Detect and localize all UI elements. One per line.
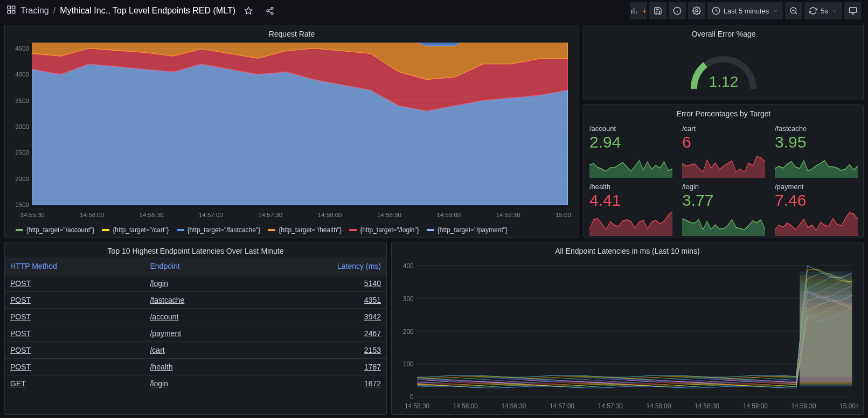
cell-latency[interactable]: 5140 [254,275,386,292]
panel-title: All Endpoint Latencies in ms (Last 10 mi… [392,242,863,257]
svg-text:200: 200 [403,328,414,335]
error-cell[interactable]: /payment 7.46 [770,179,862,236]
info-button[interactable] [669,2,686,19]
gauge: 1.12 [686,48,761,92]
cell-endpoint[interactable]: /fastcache [144,292,254,309]
svg-text:0: 0 [410,393,414,401]
error-cell[interactable]: /account 2.94 [585,121,677,178]
svg-text:14:58:30: 14:58:30 [695,402,719,410]
legend-item[interactable]: {http_target="/payment"} [427,226,508,234]
dashboard-icon[interactable] [6,5,16,17]
svg-point-6 [267,10,269,12]
svg-point-7 [271,12,273,15]
breadcrumb: Tracing / Mythical Inc., Top Level Endpo… [6,2,279,19]
table-row[interactable]: POST /login 5140 [5,275,386,292]
cell-latency[interactable]: 1787 [254,359,386,375]
share-icon[interactable] [261,2,279,19]
legend-item[interactable]: {http_target="/login"} [349,226,419,234]
legend-item[interactable]: {http_target="/fastcache"} [177,226,261,234]
breadcrumb-title[interactable]: Mythical Inc., Top Level Endpoints RED (… [60,6,235,16]
sparkline [589,152,672,178]
svg-text:14:57:30: 14:57:30 [258,211,282,218]
svg-text:4500: 4500 [15,45,29,52]
legend-item[interactable]: {http_target="/cart"} [102,226,169,234]
error-cell[interactable]: /login 3.77 [678,179,769,236]
cell-endpoint[interactable]: /payment [144,325,254,342]
cell-endpoint[interactable]: /cart [144,342,254,359]
cell-endpoint[interactable]: /account [144,309,254,325]
cell-endpoint[interactable]: /login [144,275,254,292]
error-cell[interactable]: /health 4.41 [585,179,677,236]
svg-text:14:58:30: 14:58:30 [377,211,401,218]
settings-button[interactable] [688,2,705,19]
cell-method[interactable]: POST [5,359,144,375]
toolbar: + Last 5 minutes 5s [630,2,862,19]
table-row[interactable]: POST /payment 2467 [5,325,386,342]
table-row[interactable]: POST /cart 2153 [5,342,386,359]
time-range-label: Last 5 minutes [724,7,769,15]
error-target-value: 7.46 [775,191,858,210]
svg-text:2500: 2500 [15,149,29,156]
table-row[interactable]: POST /account 3942 [5,309,386,325]
panel-title: Top 10 Highest Endpoint Latencies Over L… [5,242,386,257]
svg-text:14:55:30: 14:55:30 [405,402,429,410]
svg-text:14:57:00: 14:57:00 [550,402,574,410]
save-button[interactable] [649,2,666,19]
error-cell[interactable]: /fastcache 3.95 [770,121,862,178]
cell-latency[interactable]: 3942 [254,309,386,325]
zoom-out-button[interactable] [785,2,802,19]
cell-latency[interactable]: 4351 [254,292,386,309]
col-endpoint[interactable]: Endpoint [144,257,254,275]
legend-swatch [427,229,434,231]
breadcrumb-folder[interactable]: Tracing [20,6,49,16]
svg-text:3500: 3500 [15,97,29,104]
refresh-picker[interactable]: 5s [804,2,842,19]
tv-mode-button[interactable] [844,2,862,19]
svg-text:300: 300 [403,295,414,302]
chevron-down-icon [772,8,779,14]
sparkline [682,152,765,178]
panel-title: Error Percentages by Target [584,105,863,120]
svg-text:14:56:00: 14:56:00 [80,211,104,218]
legend-item[interactable]: {http_target="/account"} [16,226,94,234]
table-row[interactable]: GET /login 1672 [5,375,386,392]
svg-text:14:56:00: 14:56:00 [453,402,478,410]
cell-latency[interactable]: 1672 [254,375,386,392]
table-row[interactable]: POST /fastcache 4351 [5,292,386,309]
svg-text:1500: 1500 [15,201,29,208]
error-target-value: 3.95 [775,133,858,152]
cell-method[interactable]: POST [5,292,144,309]
panel-all-latencies: All Endpoint Latencies in ms (Last 10 mi… [391,242,864,415]
svg-rect-21 [849,8,856,12]
table-row[interactable]: POST /health 1787 [5,359,386,375]
svg-text:14:57:30: 14:57:30 [598,402,623,410]
legend-item[interactable]: {http_target="/health"} [268,226,342,234]
cell-method[interactable]: POST [5,275,144,292]
cell-latency[interactable]: 2153 [254,342,386,359]
svg-text:14:59:00: 14:59:00 [436,211,461,218]
col-latency[interactable]: Latency (ms) [254,257,386,275]
col-method[interactable]: HTTP Method [5,257,144,275]
svg-text:100: 100 [403,360,414,368]
request-rate-chart[interactable]: 150020002500300035004000450014:55:3014:5… [5,40,579,224]
cell-method[interactable]: POST [5,342,144,359]
panel-request-rate: Request Rate 150020002500300035004000450… [4,25,579,238]
cell-method[interactable]: POST [5,325,144,342]
cell-endpoint[interactable]: /login [144,375,254,392]
error-cell[interactable]: /cart 6 [678,121,769,178]
svg-text:14:58:00: 14:58:00 [646,402,671,410]
cell-endpoint[interactable]: /health [144,359,254,375]
error-target-label: /account [589,124,672,133]
plus-icon: + [642,7,647,15]
legend-swatch [16,229,23,231]
cell-method[interactable]: POST [5,309,144,325]
svg-line-19 [795,12,797,14]
svg-text:14:57:00: 14:57:00 [199,211,223,218]
add-panel-button[interactable]: + [630,2,647,19]
time-range-picker[interactable]: Last 5 minutes [707,2,783,19]
all-latencies-chart[interactable]: 010020030040014:55:3014:56:0014:56:3014:… [392,257,863,414]
cell-method[interactable]: GET [5,375,144,392]
star-icon[interactable] [240,2,257,19]
cell-latency[interactable]: 2467 [254,325,386,342]
sparkline [589,210,672,236]
